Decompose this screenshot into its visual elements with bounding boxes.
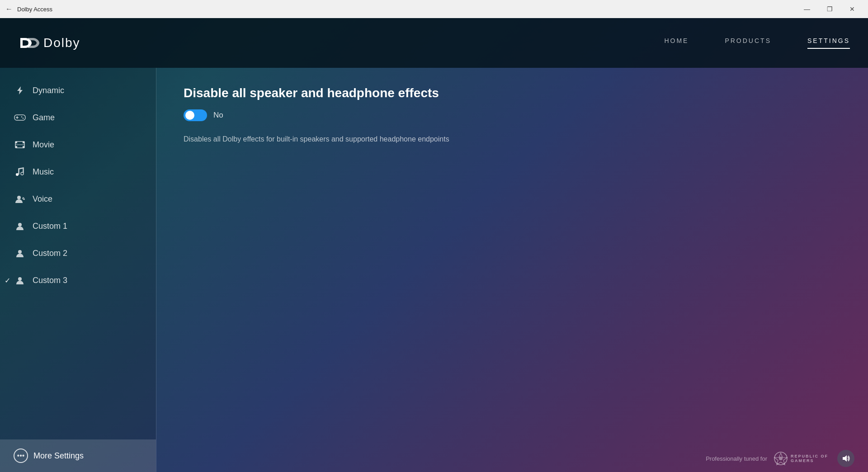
rog-text: REPUBLIC OF GAMERS [791, 454, 828, 463]
app-title: Dolby Access [17, 6, 797, 13]
svg-rect-9 [15, 146, 17, 148]
sidebar-item-custom1[interactable]: Custom 1 [0, 212, 156, 240]
music-icon [14, 165, 26, 178]
sidebar-item-label-custom3: Custom 3 [33, 276, 67, 285]
main-content: Disable all speaker and headphone effect… [156, 68, 868, 472]
titlebar: ← Dolby Access — ❐ ✕ [0, 0, 868, 18]
dynamic-icon [14, 84, 26, 97]
svg-rect-10 [23, 146, 24, 148]
movie-icon [14, 138, 26, 151]
rog-line2: GAMERS [791, 458, 828, 463]
more-settings-icon: ••• [14, 448, 28, 463]
section-title: Disable all speaker and headphone effect… [184, 86, 841, 100]
sidebar-item-label-custom1: Custom 1 [33, 222, 67, 231]
custom2-icon [14, 247, 26, 260]
svg-point-19 [779, 457, 783, 460]
check-mark-icon: ✓ [5, 276, 10, 285]
content-area: Dynamic Game [0, 68, 868, 472]
app-container: Dolby HOME PRODUCTS SETTINGS Dynamic [0, 18, 868, 472]
window-controls: — ❐ ✕ [797, 2, 863, 16]
toggle-row: No [184, 109, 841, 121]
svg-point-5 [23, 118, 24, 118]
svg-point-14 [18, 223, 22, 227]
svg-point-12 [16, 173, 19, 176]
sidebar-item-voice[interactable]: Voice [0, 185, 156, 212]
nav-links: HOME PRODUCTS SETTINGS [664, 37, 850, 49]
custom3-icon [14, 274, 26, 287]
svg-point-16 [18, 277, 22, 281]
rog-logo: REPUBLIC OF GAMERS [774, 451, 828, 466]
nav-settings[interactable]: SETTINGS [807, 37, 850, 49]
toggle-knob [185, 111, 194, 120]
svg-point-13 [17, 196, 21, 199]
sidebar-items: Dynamic Game [0, 77, 156, 439]
game-icon [14, 111, 26, 124]
nav-products[interactable]: PRODUCTS [725, 37, 771, 49]
dolby-logo: Dolby [18, 36, 80, 50]
disable-effects-toggle[interactable] [184, 109, 207, 121]
svg-marker-0 [17, 86, 23, 94]
volume-icon [842, 454, 850, 463]
sidebar-item-game[interactable]: Game [0, 104, 156, 131]
voice-icon [14, 193, 26, 205]
nav-home[interactable]: HOME [664, 37, 689, 49]
sidebar-item-custom2[interactable]: Custom 2 [0, 240, 156, 267]
rog-line1: REPUBLIC OF [791, 454, 828, 458]
minimize-button[interactable]: — [797, 2, 817, 16]
maximize-button[interactable]: ❐ [819, 2, 840, 16]
sidebar-item-label-custom2: Custom 2 [33, 249, 67, 258]
close-button[interactable]: ✕ [842, 2, 863, 16]
navbar: Dolby HOME PRODUCTS SETTINGS [0, 18, 868, 68]
dolby-text: Dolby [43, 36, 80, 50]
volume-button[interactable] [837, 450, 854, 467]
footer-tuned-label: Professionally tuned for [706, 455, 767, 462]
sidebar-item-dynamic[interactable]: Dynamic [0, 77, 156, 104]
svg-point-15 [18, 250, 22, 254]
section-description: Disables all Dolby effects for built-in … [184, 134, 545, 145]
more-settings-label: More Settings [33, 451, 84, 461]
sidebar-item-custom3[interactable]: ✓ Custom 3 [0, 267, 156, 294]
sidebar-item-music[interactable]: Music [0, 158, 156, 185]
svg-rect-8 [23, 142, 24, 143]
back-button[interactable]: ← [5, 5, 13, 13]
sidebar-item-label-dynamic: Dynamic [33, 86, 64, 95]
dolby-logo-icon [18, 36, 41, 50]
toggle-state-label: No [213, 111, 223, 120]
sidebar-item-label-music: Music [33, 167, 54, 177]
footer: Professionally tuned for REPUBLIC OF GAM… [156, 445, 868, 472]
sidebar-item-label-game: Game [33, 113, 55, 123]
custom1-icon [14, 220, 26, 232]
svg-marker-20 [843, 455, 847, 462]
rog-logo-icon [774, 451, 788, 466]
sidebar-item-label-voice: Voice [33, 194, 52, 204]
svg-rect-7 [15, 142, 17, 143]
sidebar: Dynamic Game [0, 68, 156, 472]
sidebar-item-label-movie: Movie [33, 140, 54, 150]
sidebar-item-movie[interactable]: Movie [0, 131, 156, 158]
svg-point-4 [21, 116, 22, 117]
more-settings-button[interactable]: ••• More Settings [0, 439, 156, 472]
